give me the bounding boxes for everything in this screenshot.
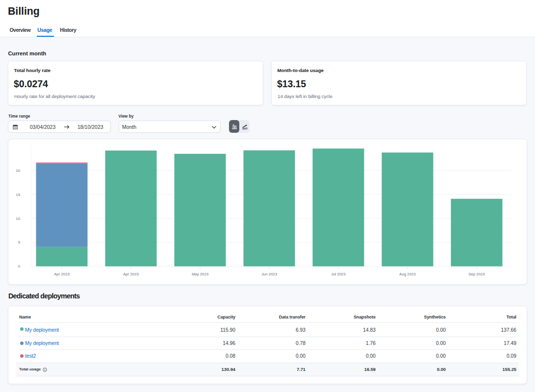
svg-text:15: 15: [16, 193, 20, 197]
svg-text:Apr 2023: Apr 2023: [54, 272, 70, 276]
svg-text:20: 20: [16, 169, 20, 173]
svg-text:Apr 2023: Apr 2023: [123, 272, 139, 276]
svg-text:May 2023: May 2023: [192, 272, 208, 276]
svg-text:0: 0: [18, 264, 21, 269]
svg-text:Aug 2023: Aug 2023: [399, 272, 415, 276]
svg-text:Jul 2023: Jul 2023: [331, 272, 345, 276]
svg-text:Sep 2023: Sep 2023: [468, 272, 484, 276]
svg-text:10: 10: [16, 217, 20, 221]
svg-text:5: 5: [18, 240, 21, 245]
svg-text:Jun 2023: Jun 2023: [261, 272, 277, 276]
